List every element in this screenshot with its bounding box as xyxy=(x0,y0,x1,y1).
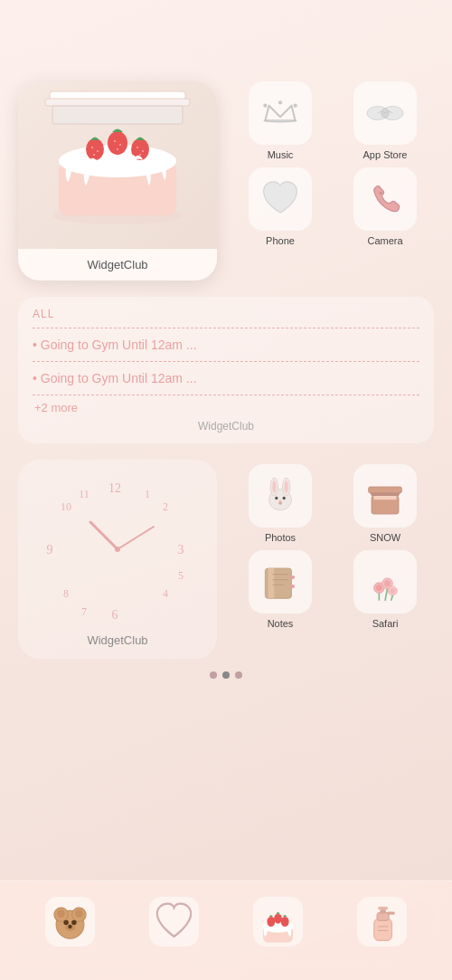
calendar-event-1: Going to Gym Until 12am ... xyxy=(33,334,419,356)
svg-text:3: 3 xyxy=(178,543,184,557)
bottom-apps-grid: Photos SNOW xyxy=(231,460,434,629)
appstore-label: App Store xyxy=(363,149,408,160)
svg-rect-49 xyxy=(369,487,402,493)
dock-app-heart[interactable] xyxy=(149,897,199,947)
svg-point-17 xyxy=(139,154,141,156)
page-dot-1 xyxy=(210,671,217,679)
svg-line-38 xyxy=(118,527,154,549)
svg-point-63 xyxy=(390,588,395,594)
calendar-separator-1 xyxy=(33,328,419,328)
svg-text:4: 4 xyxy=(163,587,168,600)
calendar-footer: WidgetClub xyxy=(33,420,419,433)
dock-app-perfume[interactable] xyxy=(357,897,407,947)
notes-icon xyxy=(249,550,312,614)
clock-svg: 12 3 6 9 2 4 8 10 1 5 7 11 xyxy=(41,472,194,626)
phone-label: Phone xyxy=(266,235,295,246)
svg-text:2: 2 xyxy=(163,500,168,513)
app-item-snow[interactable]: SNOW xyxy=(336,464,434,543)
app-item-appstore[interactable]: App Store xyxy=(336,81,434,160)
svg-text:8: 8 xyxy=(63,587,69,600)
calendar-header: ALL xyxy=(33,308,419,320)
svg-point-9 xyxy=(93,154,95,156)
widget-large-label: WidgetClub xyxy=(18,249,217,281)
svg-point-78 xyxy=(267,917,275,927)
svg-rect-50 xyxy=(374,496,397,500)
svg-point-79 xyxy=(274,914,282,924)
svg-point-15 xyxy=(137,147,138,148)
svg-point-47 xyxy=(278,500,281,503)
svg-rect-81 xyxy=(374,918,392,940)
svg-point-24 xyxy=(379,192,381,195)
clock-widget-label: WidgetClub xyxy=(87,633,147,647)
svg-text:1: 1 xyxy=(145,488,150,500)
svg-point-73 xyxy=(71,920,77,926)
calendar-separator-2 xyxy=(33,361,419,362)
svg-text:12: 12 xyxy=(108,481,121,495)
app-item-notes[interactable]: Notes xyxy=(231,550,329,629)
svg-text:9: 9 xyxy=(47,543,53,557)
svg-point-70 xyxy=(57,909,65,918)
app-item-safari[interactable]: Safari xyxy=(336,550,434,629)
widget-club-large[interactable]: WidgetClub xyxy=(18,81,217,281)
svg-point-20 xyxy=(294,104,297,108)
svg-point-44 xyxy=(285,480,288,492)
dock-perfume-icon xyxy=(357,897,407,947)
svg-point-61 xyxy=(384,580,391,586)
safari-label: Safari xyxy=(372,618,399,629)
svg-text:5: 5 xyxy=(178,569,184,582)
svg-rect-56 xyxy=(290,576,295,578)
dock-app-bear[interactable] xyxy=(45,897,95,947)
snow-label: SNOW xyxy=(370,532,400,543)
camera-icon xyxy=(353,167,417,231)
top-section: WidgetClub Music xyxy=(0,0,452,290)
dock-app-cake[interactable] xyxy=(253,897,303,947)
camera-label: Camera xyxy=(367,235,402,246)
svg-rect-57 xyxy=(290,585,295,587)
svg-rect-85 xyxy=(387,912,395,915)
app-item-photos[interactable]: Photos xyxy=(231,464,329,543)
widget-image xyxy=(18,81,217,249)
dock xyxy=(0,880,452,980)
app-item-music[interactable]: Music xyxy=(231,81,329,160)
clock-widget[interactable]: 12 3 6 9 2 4 8 10 1 5 7 11 xyxy=(18,460,217,659)
svg-line-65 xyxy=(385,589,388,601)
calendar-more: +2 more xyxy=(33,401,419,414)
svg-line-37 xyxy=(90,522,118,549)
svg-text:6: 6 xyxy=(112,608,118,622)
svg-point-18 xyxy=(263,104,267,108)
svg-rect-2 xyxy=(52,106,183,124)
svg-point-12 xyxy=(119,144,121,146)
calendar-event-2: Going to Gym Until 12am ... xyxy=(33,367,419,389)
page-indicator xyxy=(0,671,452,679)
page-dot-3 xyxy=(235,671,242,679)
svg-point-11 xyxy=(114,140,116,142)
svg-point-46 xyxy=(283,497,286,500)
photos-icon xyxy=(249,464,312,528)
svg-point-19 xyxy=(278,100,282,104)
svg-point-16 xyxy=(142,150,144,152)
svg-point-7 xyxy=(91,147,93,148)
widget-top-label: WidgetClub xyxy=(87,258,147,271)
svg-point-75 xyxy=(68,925,71,928)
phone-icon xyxy=(249,167,312,231)
svg-point-59 xyxy=(376,585,382,591)
photos-label: Photos xyxy=(265,532,296,543)
svg-point-10 xyxy=(108,131,127,155)
svg-text:11: 11 xyxy=(79,488,89,500)
svg-point-80 xyxy=(281,917,289,927)
svg-point-6 xyxy=(86,138,104,160)
page-dot-2 xyxy=(222,671,230,679)
notes-label: Notes xyxy=(268,618,294,629)
app-item-phone[interactable]: Phone xyxy=(231,167,329,246)
svg-text:10: 10 xyxy=(61,500,71,513)
calendar-widget[interactable]: ALL Going to Gym Until 12am ... Going to… xyxy=(18,297,434,443)
svg-point-43 xyxy=(272,480,276,492)
snow-icon xyxy=(353,464,417,528)
svg-line-66 xyxy=(391,595,393,601)
dock-bear-icon xyxy=(45,897,95,947)
svg-rect-1 xyxy=(45,99,190,106)
app-item-camera[interactable]: Camera xyxy=(336,167,434,246)
top-apps-grid: Music App Store xyxy=(231,81,434,246)
dock-heart-icon xyxy=(149,897,199,947)
calendar-section: ALL Going to Gym Until 12am ... Going to… xyxy=(0,290,452,451)
